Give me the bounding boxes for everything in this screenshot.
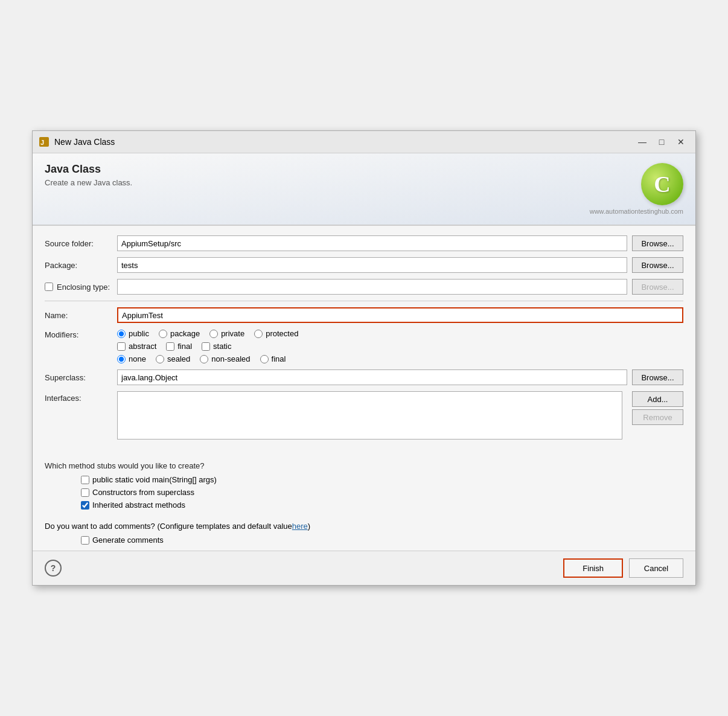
name-row: Name: (45, 307, 683, 323)
comments-section: Do you want to add comments? (Configure … (33, 516, 695, 551)
comments-question-prefix: Do you want to add comments? (Configure … (45, 522, 292, 531)
modifier-abstract-checkbox[interactable] (117, 342, 126, 351)
header-right: C www.automationtestinghub.com (590, 163, 683, 215)
modifier-nonsealed-label[interactable]: non-sealed (200, 354, 250, 363)
name-input[interactable] (117, 307, 683, 323)
package-label: Package: (45, 261, 117, 270)
modifier-sealed-label[interactable]: sealed (156, 354, 190, 363)
modifier-static-label[interactable]: static (202, 342, 231, 351)
interfaces-remove-button[interactable]: Remove (632, 409, 683, 425)
modifier-none-radio[interactable] (117, 355, 126, 363)
modifiers-label: Modifiers: (45, 329, 117, 339)
maximize-button[interactable]: □ (653, 135, 670, 149)
stub-constructors-checkbox[interactable] (81, 488, 89, 497)
comments-question-suffix: ) (308, 522, 310, 531)
eclipse-logo: C (641, 163, 683, 205)
modifier-final-checkbox[interactable] (166, 342, 174, 351)
title-bar: J New Java Class — □ ✕ (33, 131, 695, 153)
superclass-label: Superclass: (45, 373, 117, 382)
package-input[interactable] (117, 257, 627, 273)
footer: ? Finish Cancel (33, 551, 695, 585)
modifier-final2-radio[interactable] (260, 355, 269, 363)
modifier-public-label[interactable]: public (117, 329, 149, 338)
enclosing-type-browse-button[interactable]: Browse... (632, 279, 683, 295)
modifier-final-label[interactable]: final (166, 342, 192, 351)
stub-main-checkbox[interactable] (81, 476, 89, 484)
superclass-input[interactable] (117, 369, 627, 385)
dialog-title: New Java Class (54, 137, 115, 147)
footer-right: Finish Cancel (563, 558, 683, 578)
enclosing-type-checkbox-label[interactable]: Enclosing type: (45, 283, 117, 292)
type-modifiers-row: abstract final static (117, 342, 298, 351)
header-left: Java Class Create a new Java class. (45, 163, 132, 187)
java-class-icon: J (39, 136, 49, 147)
comments-checkbox-row: Generate comments (45, 535, 683, 545)
header-subtitle: Create a new Java class. (45, 178, 132, 187)
modifier-private-radio[interactable] (209, 330, 218, 338)
modifier-none-label[interactable]: none (117, 354, 146, 363)
superclass-browse-button[interactable]: Browse... (632, 369, 683, 385)
sealed-modifiers-row: none sealed non-sealed final (117, 354, 298, 363)
header-section: Java Class Create a new Java class. C ww… (33, 153, 695, 226)
title-controls: — □ ✕ (634, 135, 689, 149)
stub-main-label[interactable]: public static void main(String[] args) (81, 475, 683, 484)
enclosing-type-row: Enclosing type: Browse... (45, 279, 683, 295)
interfaces-label: Interfaces: (45, 391, 117, 403)
stubs-section: Which method stubs would you like to cre… (33, 455, 695, 516)
modifier-nonsealed-radio[interactable] (200, 355, 208, 363)
generate-comments-label[interactable]: Generate comments (81, 535, 164, 545)
modifier-package-label[interactable]: package (159, 329, 200, 338)
minimize-button[interactable]: — (634, 135, 651, 149)
title-bar-left: J New Java Class (39, 136, 115, 147)
help-button[interactable]: ? (45, 560, 62, 577)
stub-inherited-label[interactable]: Inherited abstract methods (81, 500, 683, 510)
divider (45, 301, 683, 301)
name-label: Name: (45, 311, 117, 320)
stub-constructors-label[interactable]: Constructors from superclass (81, 488, 683, 497)
modifiers-section: public package private protected (117, 329, 298, 363)
close-button[interactable]: ✕ (672, 135, 689, 149)
header-title: Java Class (45, 163, 132, 176)
finish-button[interactable]: Finish (563, 558, 623, 578)
source-folder-browse-button[interactable]: Browse... (632, 235, 683, 251)
svg-text:J: J (40, 139, 44, 146)
modifiers-row: Modifiers: public package private (45, 329, 683, 363)
source-folder-label: Source folder: (45, 239, 117, 248)
interfaces-add-button[interactable]: Add... (632, 391, 683, 407)
source-folder-input[interactable] (117, 235, 627, 251)
watermark: www.automationtestinghub.com (590, 208, 683, 215)
generate-comments-checkbox[interactable] (81, 536, 89, 545)
new-java-class-dialog: J New Java Class — □ ✕ Java Class Create… (32, 130, 696, 586)
modifier-abstract-label[interactable]: abstract (117, 342, 156, 351)
stubs-question: Which method stubs would you like to cre… (45, 461, 683, 470)
modifier-protected-radio[interactable] (254, 330, 263, 338)
interfaces-row: Interfaces: Add... Remove (45, 391, 683, 440)
interfaces-buttons: Add... Remove (627, 391, 683, 425)
package-browse-button[interactable]: Browse... (632, 257, 683, 273)
enclosing-type-checkbox[interactable] (45, 283, 53, 291)
enclosing-type-label: Enclosing type: (45, 283, 117, 292)
stub-inherited-checkbox[interactable] (81, 501, 89, 510)
modifier-final2-label[interactable]: final (260, 354, 286, 363)
modifier-public-radio[interactable] (117, 330, 126, 338)
superclass-row: Superclass: Browse... (45, 369, 683, 385)
footer-left: ? (45, 560, 62, 577)
modifier-package-radio[interactable] (159, 330, 167, 338)
name-input-wrapper (117, 307, 683, 323)
form-section: Source folder: Browse... Package: Browse… (33, 226, 695, 455)
enclosing-type-input[interactable] (117, 279, 627, 295)
interfaces-textarea[interactable] (117, 391, 622, 440)
stubs-options: public static void main(String[] args) C… (45, 475, 683, 510)
modifier-private-label[interactable]: private (209, 329, 244, 338)
modifier-static-checkbox[interactable] (202, 342, 210, 351)
here-link[interactable]: here (292, 522, 308, 531)
comments-question-row: Do you want to add comments? (Configure … (45, 522, 683, 531)
package-row: Package: Browse... (45, 257, 683, 273)
access-modifiers-row: public package private protected (117, 329, 298, 338)
source-folder-row: Source folder: Browse... (45, 235, 683, 251)
cancel-button[interactable]: Cancel (629, 558, 683, 578)
modifier-sealed-radio[interactable] (156, 355, 164, 363)
modifier-protected-label[interactable]: protected (254, 329, 298, 338)
